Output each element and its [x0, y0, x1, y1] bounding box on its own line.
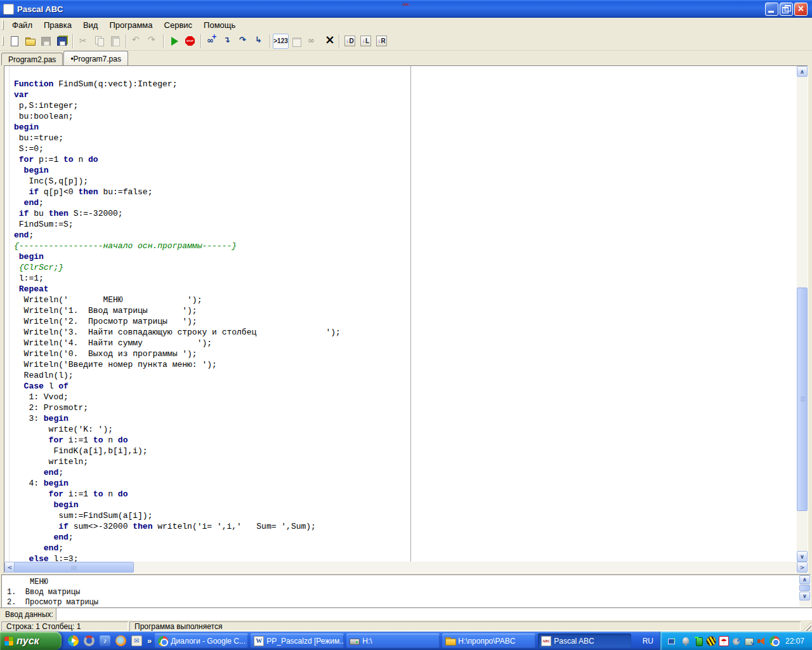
- app-ring-icon[interactable]: [84, 635, 95, 646]
- menubar-grip[interactable]: [2, 20, 4, 30]
- window-controls: [765, 3, 808, 16]
- tab-0[interactable]: Program2.pas: [1, 53, 63, 65]
- code-line: Writeln('0. Выход из программы ');: [14, 348, 341, 359]
- vertical-scroll-thumb[interactable]: [797, 288, 808, 511]
- code-line: {ClrScr;}: [14, 262, 341, 273]
- code-line: Writeln('3. Найти совпадающую строку и с…: [14, 327, 341, 338]
- title-bar: Pascal ABC: [0, 0, 812, 18]
- editor-vertical-scrollbar[interactable]: [797, 66, 808, 562]
- minimize-button[interactable]: [765, 3, 778, 16]
- step-out-button[interactable]: [251, 34, 267, 49]
- mail-app-icon[interactable]: [131, 635, 142, 646]
- usb-modem-icon[interactable]: [693, 636, 704, 646]
- media-player-icon[interactable]: [68, 635, 79, 646]
- save-all-button[interactable]: [54, 34, 70, 49]
- beeline-icon[interactable]: [706, 636, 716, 646]
- quick-launch-overflow-chevron[interactable]: »: [147, 636, 152, 646]
- pascal-icon: [541, 636, 551, 646]
- taskbar-button-label: PP_Pascalzd [Режим...: [266, 637, 344, 646]
- output-scroll-down-button[interactable]: [799, 592, 810, 600]
- goto-r-button[interactable]: R: [374, 34, 390, 49]
- output-line: 1. Ввод матрицы: [7, 587, 98, 597]
- code-line: begin: [14, 122, 341, 133]
- output-scroll-up-button[interactable]: [799, 575, 810, 584]
- code-line: Function FindSum(q:vect):Integer;: [14, 79, 341, 90]
- output-vertical-scrollbar[interactable]: [799, 575, 810, 607]
- horizontal-scroll-thumb[interactable]: [14, 562, 134, 573]
- menu-item-4[interactable]: Сервис: [159, 18, 199, 32]
- taskbar-button-label: H:\пропро\PABC: [458, 637, 515, 646]
- chrome-icon: [158, 636, 168, 646]
- code-line: 3: begin: [14, 413, 341, 424]
- taskbar-button-drive[interactable]: H:\: [346, 633, 440, 648]
- scroll-down-button[interactable]: [797, 551, 808, 562]
- menu-items: ФайлПравкаВидПрограммаСервисПомощь: [6, 18, 241, 32]
- taskbar-button-folder[interactable]: H:\пропро\PABC: [442, 633, 535, 648]
- code-line: begin: [14, 500, 341, 510]
- int-format-button[interactable]: >123: [273, 34, 289, 49]
- menu-item-5[interactable]: Помощь: [198, 18, 241, 32]
- output-scroll-thumb[interactable]: [799, 585, 810, 591]
- menu-item-0[interactable]: Файл: [6, 18, 38, 32]
- pascal-abc-app-icon: [3, 4, 14, 15]
- code-line: for i:=1 to n do: [14, 489, 341, 500]
- tab-1[interactable]: •Program7.pas: [63, 51, 128, 65]
- volume-icon[interactable]: [757, 636, 767, 646]
- taskbar-button-pascal[interactable]: Pascal ABC: [538, 633, 631, 648]
- editor-horizontal-scrollbar[interactable]: [4, 562, 808, 573]
- new-file-button[interactable]: [6, 34, 22, 49]
- taskbar-button-label: Pascal ABC: [554, 637, 594, 646]
- new-file-icon: [9, 36, 20, 46]
- output-line: 2. Просмотр матрицы: [7, 597, 98, 607]
- menu-item-1[interactable]: Правка: [38, 18, 77, 32]
- word-icon: [254, 636, 264, 646]
- menu-item-3[interactable]: Программа: [103, 18, 158, 32]
- code-line: end;: [14, 543, 341, 554]
- open-file-button[interactable]: [22, 34, 38, 49]
- resize-grip[interactable]: [802, 622, 811, 631]
- music-app-icon[interactable]: [100, 635, 110, 646]
- restore-button[interactable]: [780, 3, 793, 16]
- chrome-icon[interactable]: [769, 636, 780, 646]
- toolbar-grip[interactable]: [2, 36, 4, 46]
- code-line: end;: [14, 532, 341, 543]
- audio-device-icon[interactable]: [731, 636, 742, 646]
- goto-l-button[interactable]: L: [358, 34, 374, 49]
- toolbar: >123DLR: [0, 32, 812, 51]
- goto-l-icon: L: [360, 36, 371, 46]
- firefox-icon[interactable]: [115, 635, 126, 646]
- bell-icon[interactable]: [681, 636, 691, 646]
- quick-launch-bar: [68, 635, 142, 646]
- close-window-button[interactable]: [320, 34, 336, 49]
- taskbar-clock: 22:07: [785, 637, 804, 646]
- input-data-field[interactable]: [56, 608, 812, 620]
- code-line: for p:=1 to n do: [14, 154, 341, 165]
- code-line: sum:=FindSum(a[i]);: [14, 510, 341, 521]
- menu-item-2[interactable]: Вид: [77, 18, 104, 32]
- stop-button[interactable]: [182, 34, 198, 49]
- taskbar-button-chrome[interactable]: Диалоги - Google C...: [155, 633, 248, 648]
- editor-second-pane[interactable]: [411, 66, 797, 562]
- language-indicator[interactable]: RU: [636, 637, 660, 646]
- undo-button: [129, 34, 145, 49]
- start-button[interactable]: пуск: [0, 632, 62, 650]
- step-over-button[interactable]: [235, 34, 251, 49]
- run-button[interactable]: [166, 34, 182, 49]
- redo-button: [145, 34, 160, 49]
- updater-icon[interactable]: [744, 636, 754, 646]
- code-line: Readln(l);: [14, 370, 341, 381]
- antivirus-icon[interactable]: [719, 636, 729, 646]
- network-display-icon[interactable]: [668, 636, 678, 646]
- taskbar-button-word[interactable]: PP_Pascalzd [Режим...: [251, 633, 344, 648]
- code-editor[interactable]: Function FindSum(q:vect):Integer;var p,S…: [4, 66, 410, 562]
- step-into-button[interactable]: [219, 34, 235, 49]
- int-format-icon: >123: [275, 36, 286, 46]
- scroll-up-button[interactable]: [797, 66, 808, 77]
- save-file-button: [38, 34, 54, 49]
- goto-d-button[interactable]: D: [342, 34, 358, 49]
- output-panel[interactable]: МЕНЮ1. Ввод матрицы2. Просмотр матрицы: [1, 574, 811, 607]
- scroll-right-button[interactable]: [797, 562, 808, 573]
- close-button[interactable]: [794, 3, 808, 16]
- editor-margin-line: [9, 66, 10, 562]
- add-watch-button[interactable]: [204, 34, 219, 49]
